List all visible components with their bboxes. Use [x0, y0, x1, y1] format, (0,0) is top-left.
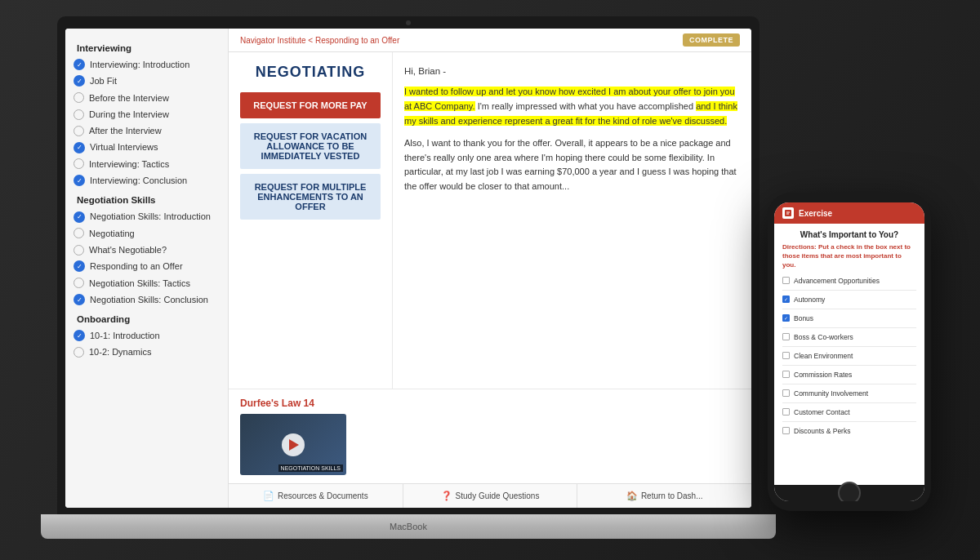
question-icon: ❓: [441, 491, 452, 501]
phone-checkbox[interactable]: [782, 277, 790, 284]
bottom-btn-2[interactable]: 🏠Return to Dash...: [577, 484, 751, 508]
phone-checkbox[interactable]: [782, 408, 790, 416]
sidebar: Interviewing✓Interviewing: Introduction✓…: [65, 29, 229, 508]
sidebar-item[interactable]: ✓Virtual Interviews: [65, 139, 228, 155]
phone-item-divider: [782, 309, 916, 309]
phone-checkbox[interactable]: [782, 389, 790, 397]
sidebar-item[interactable]: After the Interview: [65, 122, 228, 139]
phone-checkbox[interactable]: [782, 352, 790, 359]
phone-item-divider: [782, 402, 916, 403]
negotiating-title: NEGOTIATING: [240, 64, 381, 81]
email-panel: Hi, Brian - I wanted to follow up and le…: [392, 52, 751, 389]
phone-item-label: Clean Environment: [794, 352, 853, 360]
phone-list-item: Commission Rates: [782, 369, 916, 380]
phone-checkbox[interactable]: ✓: [782, 314, 790, 322]
check-icon: ✓: [74, 260, 85, 272]
email-paragraph2: Also, I want to thank you for the offer.…: [404, 136, 740, 193]
phone-item-label: Boss & Co-workers: [794, 333, 853, 341]
empty-circle-icon: [74, 245, 84, 256]
empty-circle-icon: [74, 228, 84, 238]
phone-header: Exercise: [774, 202, 924, 224]
video-thumbnail[interactable]: NEGOTIATION SKILLS: [240, 414, 346, 475]
play-triangle-icon: [289, 439, 299, 451]
svg-rect-0: [785, 210, 791, 216]
bottom-btn-label-1: Study Guide Questions: [456, 491, 540, 500]
sidebar-section-title: Interviewing: [65, 37, 228, 56]
play-button[interactable]: [282, 433, 305, 456]
phone-item-divider: [782, 290, 916, 291]
menu-item-1[interactable]: REQUEST FOR VACATION ALLOWANCE TO BE IMM…: [240, 123, 381, 169]
sidebar-item[interactable]: ✓Interviewing: Conclusion: [65, 172, 228, 189]
phone-list-item: Community Involvement: [782, 388, 916, 399]
bottom-btn-1[interactable]: ❓Study Guide Questions: [403, 484, 578, 508]
phone-list-item: Clean Environment: [782, 350, 916, 362]
home-button[interactable]: [838, 482, 861, 501]
empty-circle-icon: [74, 109, 84, 120]
phone-item-label: Customer Contact: [794, 408, 850, 416]
sidebar-item[interactable]: ✓10-1: Introduction: [65, 327, 228, 344]
sidebar-item[interactable]: 10-2: Dynamics: [65, 344, 228, 360]
empty-circle-icon: [74, 126, 84, 136]
sidebar-item[interactable]: ✓Negotiation Skills: Conclusion: [65, 291, 228, 308]
complete-badge: COMPLETE: [683, 33, 740, 47]
phone-checkbox[interactable]: [782, 371, 790, 378]
email-paragraph1: I wanted to follow up and let you know h…: [404, 85, 740, 128]
phone-item-label: Autonomy: [794, 296, 825, 304]
sidebar-item[interactable]: ✓Job Fit: [65, 73, 228, 89]
camera-dot: [406, 20, 411, 25]
left-panel: NEGOTIATING REQUEST FOR MORE PAYREQUEST …: [229, 52, 392, 389]
video-section: Durfee's Law 14 NEGOTIATION SKILLS: [229, 389, 751, 483]
phone-checkbox[interactable]: ✓: [782, 296, 790, 303]
phone-directions: Directions: Put a check in the box next …: [782, 242, 916, 270]
sidebar-item[interactable]: Before the Interview: [65, 90, 228, 106]
sidebar-item[interactable]: What's Negotiable?: [65, 242, 228, 258]
macbook-base: MacBook: [41, 514, 776, 539]
content-area: NEGOTIATING REQUEST FOR MORE PAYREQUEST …: [229, 52, 751, 389]
menu-item-2[interactable]: REQUEST FOR MULTIPLE ENHANCEMENTS TO AN …: [240, 174, 381, 220]
bottom-btn-0[interactable]: 📄Resources & Documents: [229, 484, 403, 508]
main-content: Navigator Institute < Responding to an O…: [229, 29, 751, 508]
sidebar-item-label: After the Interview: [89, 125, 162, 136]
menu-item-0[interactable]: REQUEST FOR MORE PAY: [240, 92, 381, 118]
phone-item-divider: [782, 365, 916, 366]
sidebar-item[interactable]: ✓Interviewing: Introduction: [65, 56, 228, 73]
sidebar-item-label: 10-2: Dynamics: [89, 346, 151, 358]
email-greeting: Hi, Brian -: [404, 64, 740, 78]
breadcrumb: Navigator Institute < Responding to an O…: [240, 36, 399, 45]
sidebar-item-label: Interviewing: Tactics: [89, 158, 169, 170]
sidebar-item[interactable]: During the Interview: [65, 106, 228, 122]
phone-home-bar: [774, 485, 924, 501]
phone-list-item: Discounts & Perks: [782, 425, 916, 437]
phone-checkbox[interactable]: [782, 427, 790, 434]
phone-checkbox[interactable]: [782, 333, 790, 340]
sidebar-item[interactable]: Interviewing: Tactics: [65, 156, 228, 172]
sidebar-item[interactable]: ✓Responding to an Offer: [65, 258, 228, 274]
sidebar-item-label: Before the Interview: [89, 92, 169, 104]
sidebar-item-label: Job Fit: [90, 75, 117, 87]
macbook-label: MacBook: [390, 522, 427, 531]
video-label: NEGOTIATION SKILLS: [278, 464, 343, 472]
phone-list-item: Boss & Co-workers: [782, 331, 916, 343]
bottom-btn-label-0: Resources & Documents: [278, 491, 368, 500]
phone-item-divider: [782, 384, 916, 384]
top-bar: Navigator Institute < Responding to an O…: [229, 29, 751, 52]
phone-header-title: Exercise: [799, 209, 832, 218]
sidebar-item[interactable]: Negotiating: [65, 225, 228, 242]
phone: Exercise What's Important to You? Direct…: [768, 193, 931, 511]
sidebar-item-label: Interviewing: Conclusion: [90, 175, 187, 186]
check-icon: ✓: [74, 59, 85, 70]
phone-screen: Exercise What's Important to You? Direct…: [774, 202, 924, 501]
sidebar-item-label: Negotiation Skills: Conclusion: [90, 294, 208, 305]
empty-circle-icon: [74, 158, 84, 169]
sidebar-item-label: Interviewing: Introduction: [90, 59, 189, 70]
sidebar-item-label: Virtual Interviews: [90, 141, 158, 153]
sidebar-item-label: Responding to an Offer: [90, 260, 183, 272]
empty-circle-icon: [74, 347, 84, 358]
sidebar-item[interactable]: ✓Negotiation Skills: Introduction: [65, 208, 228, 224]
phone-item-divider: [782, 421, 916, 422]
email-normal1: I'm really impressed with what you have …: [478, 101, 696, 111]
sidebar-item[interactable]: Negotiation Skills: Tactics: [65, 275, 228, 291]
phone-body: What's Important to You? Directions: Put…: [774, 224, 924, 485]
home-icon: 🏠: [626, 491, 638, 501]
sidebar-item-label: Negotiation Skills: Tactics: [89, 278, 190, 289]
